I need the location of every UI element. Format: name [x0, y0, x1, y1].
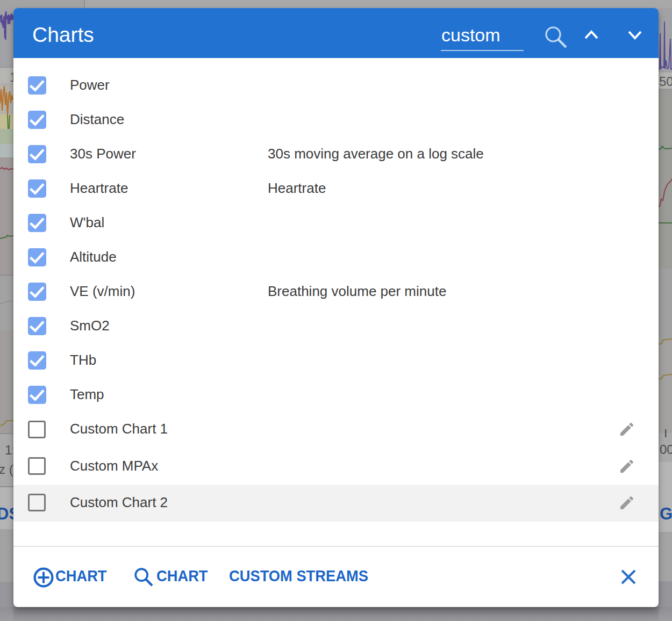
- svg-text:50: 50: [659, 74, 672, 89]
- svg-text:00: 00: [660, 442, 672, 457]
- svg-text:GE: GE: [660, 504, 672, 523]
